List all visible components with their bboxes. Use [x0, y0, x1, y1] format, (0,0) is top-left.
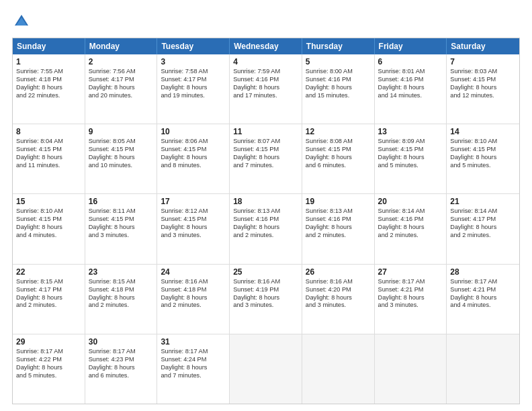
calendar-cell: 12Sunrise: 8:08 AMSunset: 4:15 PMDayligh… [302, 124, 375, 193]
header-day-friday: Friday [375, 38, 447, 54]
cell-line: Daylight: 8 hours [16, 154, 81, 162]
day-number: 2 [89, 57, 154, 66]
day-number: 6 [378, 57, 443, 66]
cell-line: Sunrise: 8:16 AM [233, 278, 298, 286]
calendar-cell: 6Sunrise: 8:01 AMSunset: 4:16 PMDaylight… [375, 54, 447, 124]
day-number: 22 [16, 267, 81, 277]
cell-line: Sunrise: 8:00 AM [306, 68, 371, 76]
cell-line: Daylight: 8 hours [450, 154, 516, 162]
cell-line: and 12 minutes. [450, 92, 516, 100]
cell-line: Daylight: 8 hours [89, 224, 154, 232]
cell-line: Sunrise: 8:09 AM [378, 138, 443, 146]
calendar-cell: 14Sunrise: 8:10 AMSunset: 4:15 PMDayligh… [447, 124, 519, 193]
day-number: 17 [161, 197, 226, 206]
cell-line: Sunset: 4:16 PM [378, 76, 443, 84]
cell-line: Sunset: 4:17 PM [89, 76, 154, 84]
calendar-cell: 29Sunrise: 8:17 AMSunset: 4:22 PMDayligh… [13, 334, 85, 404]
cell-line: Sunrise: 8:17 AM [89, 348, 154, 356]
cell-line: and 19 minutes. [161, 92, 226, 100]
cell-line: and 3 minutes. [306, 302, 371, 310]
cell-line: Sunset: 4:15 PM [89, 146, 154, 154]
cell-line: and 6 minutes. [306, 162, 371, 170]
cell-line: Daylight: 8 hours [450, 224, 516, 232]
calendar-cell: 20Sunrise: 8:14 AMSunset: 4:16 PMDayligh… [375, 194, 447, 263]
header-day-sunday: Sunday [13, 38, 85, 54]
cell-line: Sunset: 4:15 PM [89, 216, 154, 224]
day-number: 21 [450, 197, 516, 206]
cell-line: Sunrise: 8:08 AM [306, 138, 371, 146]
calendar-cell: 28Sunrise: 8:17 AMSunset: 4:21 PMDayligh… [447, 265, 519, 334]
cell-line: and 3 minutes. [233, 302, 298, 310]
cell-line: Daylight: 8 hours [306, 154, 371, 162]
cell-line: Sunrise: 8:01 AM [378, 68, 443, 76]
cell-line: Sunrise: 8:17 AM [378, 278, 443, 286]
cell-line: and 3 minutes. [89, 232, 154, 240]
calendar-row-5: 29Sunrise: 8:17 AMSunset: 4:22 PMDayligh… [13, 334, 519, 404]
cell-line: Sunrise: 7:58 AM [161, 68, 226, 76]
cell-line: Sunrise: 8:12 AM [161, 208, 226, 216]
cell-line: Sunset: 4:15 PM [450, 146, 516, 154]
day-number: 5 [306, 57, 371, 66]
calendar-cell [375, 334, 447, 404]
cell-line: Sunset: 4:15 PM [450, 76, 516, 84]
cell-line: and 2 minutes. [378, 232, 443, 240]
calendar-cell: 25Sunrise: 8:16 AMSunset: 4:19 PMDayligh… [230, 265, 302, 334]
header-day-monday: Monday [85, 38, 158, 54]
cell-line: Sunset: 4:15 PM [16, 216, 81, 224]
day-number: 18 [233, 197, 298, 206]
cell-line: Daylight: 8 hours [306, 294, 371, 302]
cell-line: and 5 minutes. [450, 162, 516, 170]
calendar-cell: 21Sunrise: 8:14 AMSunset: 4:17 PMDayligh… [447, 194, 519, 263]
cell-line: Sunset: 4:23 PM [89, 356, 154, 364]
cell-line: and 17 minutes. [233, 92, 298, 100]
cell-line: Daylight: 8 hours [306, 224, 371, 232]
calendar-cell: 30Sunrise: 8:17 AMSunset: 4:23 PMDayligh… [85, 334, 158, 404]
cell-line: Daylight: 8 hours [378, 294, 443, 302]
calendar-cell: 23Sunrise: 8:15 AMSunset: 4:18 PMDayligh… [85, 265, 158, 334]
cell-line: Sunset: 4:24 PM [161, 356, 226, 364]
cell-line: Daylight: 8 hours [161, 84, 226, 92]
cell-line: and 7 minutes. [161, 372, 226, 380]
calendar-cell: 27Sunrise: 8:17 AMSunset: 4:21 PMDayligh… [375, 265, 447, 334]
calendar-cell: 13Sunrise: 8:09 AMSunset: 4:15 PMDayligh… [375, 124, 447, 193]
calendar-cell: 10Sunrise: 8:06 AMSunset: 4:15 PMDayligh… [157, 124, 230, 193]
calendar-cell: 4Sunrise: 7:59 AMSunset: 4:16 PMDaylight… [230, 54, 302, 124]
cell-line: Sunrise: 8:15 AM [89, 278, 154, 286]
header-day-tuesday: Tuesday [157, 38, 230, 54]
calendar: SundayMondayTuesdayWednesdayThursdayFrid… [12, 38, 520, 404]
cell-line: and 14 minutes. [378, 92, 443, 100]
cell-line: Sunrise: 8:13 AM [233, 208, 298, 216]
cell-line: and 10 minutes. [89, 162, 154, 170]
cell-line: Sunrise: 8:16 AM [161, 278, 226, 286]
cell-line: Daylight: 8 hours [378, 154, 443, 162]
cell-line: and 3 minutes. [378, 302, 443, 310]
header-day-thursday: Thursday [302, 38, 375, 54]
calendar-cell [230, 334, 302, 404]
day-number: 19 [306, 197, 371, 206]
cell-line: Sunrise: 8:16 AM [306, 278, 371, 286]
cell-line: and 7 minutes. [233, 162, 298, 170]
cell-line: Daylight: 8 hours [378, 224, 443, 232]
cell-line: and 15 minutes. [306, 92, 371, 100]
cell-line: Daylight: 8 hours [16, 84, 81, 92]
calendar-row-1: 1Sunrise: 7:55 AMSunset: 4:18 PMDaylight… [13, 54, 519, 124]
calendar-body: 1Sunrise: 7:55 AMSunset: 4:18 PMDaylight… [13, 54, 519, 404]
cell-line: Daylight: 8 hours [89, 364, 154, 372]
calendar-cell: 11Sunrise: 8:07 AMSunset: 4:15 PMDayligh… [230, 124, 302, 193]
day-number: 8 [16, 127, 81, 136]
cell-line: and 5 minutes. [378, 162, 443, 170]
calendar-cell: 18Sunrise: 8:13 AMSunset: 4:16 PMDayligh… [230, 194, 302, 263]
day-number: 16 [89, 197, 154, 206]
cell-line: Sunrise: 7:59 AM [233, 68, 298, 76]
cell-line: and 3 minutes. [161, 232, 226, 240]
calendar-cell: 3Sunrise: 7:58 AMSunset: 4:17 PMDaylight… [157, 54, 230, 124]
header-day-saturday: Saturday [447, 38, 519, 54]
cell-line: Sunset: 4:17 PM [161, 76, 226, 84]
cell-line: Sunrise: 8:17 AM [450, 278, 516, 286]
day-number: 25 [233, 267, 298, 277]
cell-line: Sunset: 4:15 PM [161, 146, 226, 154]
calendar-row-3: 15Sunrise: 8:10 AMSunset: 4:15 PMDayligh… [13, 193, 519, 263]
day-number: 9 [89, 127, 154, 136]
cell-line: Sunset: 4:15 PM [306, 146, 371, 154]
cell-line: Sunset: 4:15 PM [16, 146, 81, 154]
